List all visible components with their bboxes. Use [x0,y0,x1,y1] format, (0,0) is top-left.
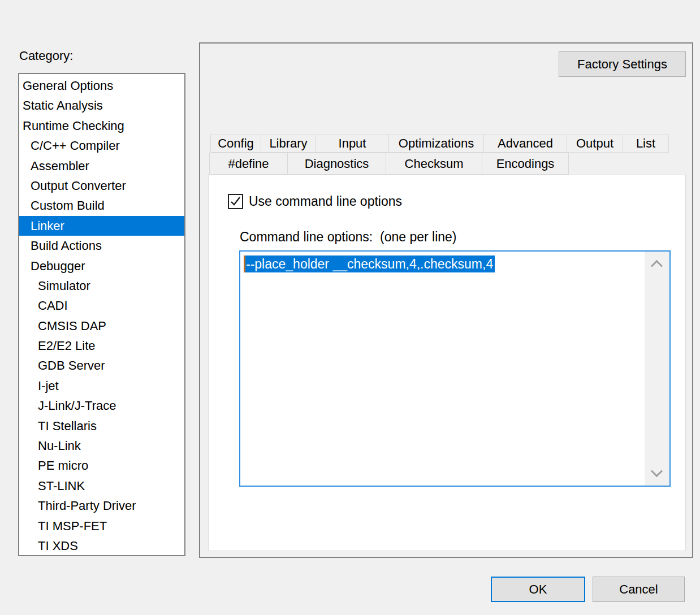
category-item-third-party-driver[interactable]: Third-Party Driver [19,496,184,516]
cancel-button[interactable]: Cancel [593,577,685,602]
checkmark-icon [230,196,241,207]
category-item-custom-build[interactable]: Custom Build [19,196,184,215]
category-item-pe-micro[interactable]: PE micro [19,456,184,475]
use-command-line-checkbox[interactable] [228,194,243,209]
tab-diagnostics[interactable]: Diagnostics [287,153,386,175]
category-item-ti-msp-fet[interactable]: TI MSP-FET [19,516,184,536]
category-item-i-jet[interactable]: I-jet [19,376,184,396]
category-item-st-link[interactable]: ST-LINK [19,476,184,496]
category-item-linker[interactable]: Linker [19,216,184,236]
category-item-cadi[interactable]: CADI [19,296,184,315]
command-line-options-textarea[interactable]: --place_holder __checksum,4,.checksum,4 [239,250,671,487]
use-command-line-label: Use command line options [249,194,402,209]
scroll-down-icon[interactable] [651,465,663,477]
category-item-static-analysis[interactable]: Static Analysis [19,96,184,115]
tab-content-pane: Use command line options Command line op… [208,175,686,551]
category-item-gdb-server[interactable]: GDB Server [19,356,184,375]
tab-advanced[interactable]: Advanced [483,135,567,153]
category-item-ti-stellaris[interactable]: TI Stellaris [19,416,184,436]
category-item-ti-xds[interactable]: TI XDS [19,536,184,556]
ok-button[interactable]: OK [491,577,585,602]
category-label: Category: [19,49,73,63]
category-item-simulator[interactable]: Simulator [19,276,184,296]
tab-encodings[interactable]: Encodings [482,153,569,175]
category-item-assembler[interactable]: Assembler [19,156,184,176]
tab-define[interactable]: #define [209,153,288,175]
command-line-option-text: --place_holder __checksum,4,.checksum,4 [245,255,495,272]
settings-panel: Factory Settings Config Library Input Op… [199,42,693,558]
tab-checksum[interactable]: Checksum [386,153,482,175]
category-item-cmsis-dap[interactable]: CMSIS DAP [19,316,184,336]
scroll-up-icon[interactable] [651,260,663,272]
tab-input[interactable]: Input [316,135,389,153]
command-line-text-line: --place_holder __checksum,4,.checksum,4 [244,255,495,272]
category-item-output-converter[interactable]: Output Converter [19,176,184,196]
tab-optimizations[interactable]: Optimizations [388,135,484,153]
textarea-scrollbar[interactable] [645,252,669,486]
category-item-debugger[interactable]: Debugger [19,256,184,276]
category-item-build-actions[interactable]: Build Actions [19,236,184,255]
category-item-runtime-checking[interactable]: Runtime Checking [19,116,184,136]
category-item-c-cpp-compiler[interactable]: C/C++ Compiler [19,136,184,155]
category-item-e2-lite[interactable]: E2/E2 Lite [19,336,184,356]
category-listbox[interactable]: General Options Static Analysis Runtime … [18,73,185,556]
tab-library[interactable]: Library [261,135,316,153]
category-item-j-link-j-trace[interactable]: J-Link/J-Trace [19,396,184,415]
tab-output[interactable]: Output [567,135,623,153]
factory-settings-button[interactable]: Factory Settings [559,51,686,77]
tab-row-2: #define Diagnostics Checksum Encodings E… [209,153,569,175]
tab-list[interactable]: List [623,135,669,153]
category-item-nu-link[interactable]: Nu-Link [19,436,184,456]
use-command-line-row: Use command line options [228,194,402,209]
tab-row-1: Config Library Input Optimizations Advan… [210,135,669,153]
command-line-options-label: Command line options: (one per line) [240,229,457,245]
tab-config[interactable]: Config [210,135,261,153]
category-item-general-options[interactable]: General Options [19,76,184,96]
